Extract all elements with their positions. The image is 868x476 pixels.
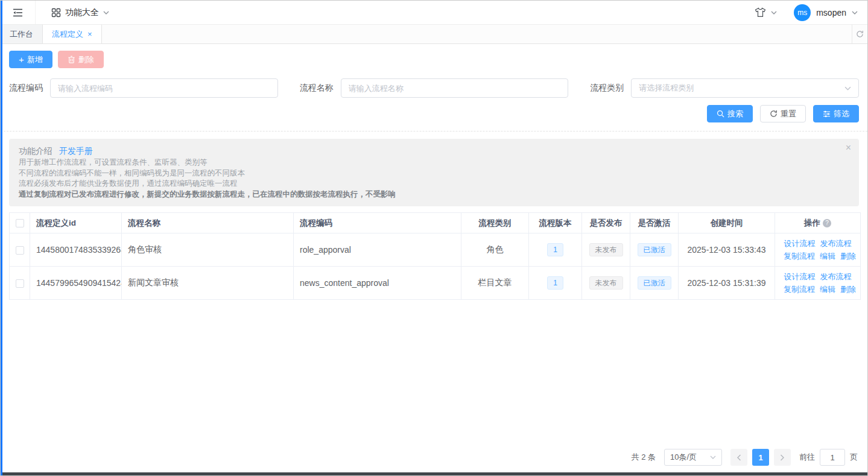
process-table: 流程定义id 流程名称 流程编码 流程类别 流程版本 是否发布 是否激活 创建时… — [9, 212, 861, 300]
table-body: 1445800174835339264 角色审核 role_apporval 角… — [10, 233, 861, 300]
active-status-badge: 已激活 — [638, 276, 671, 290]
chevron-down-icon — [710, 455, 716, 459]
window-bottom-edge — [1, 472, 867, 475]
intro-line-bold: 通过复制流程对已发布流程进行修改，新提交的业务数据按新流程走，已在流程中的数据按… — [19, 189, 849, 200]
cell-process-name: 角色审核 — [128, 244, 162, 254]
reset-refresh-icon — [770, 110, 778, 118]
theme-switch-button[interactable] — [755, 7, 777, 17]
app-switcher-label: 功能大全 — [65, 7, 99, 18]
app-switcher[interactable]: 功能大全 — [51, 7, 109, 18]
filter-sliders-icon — [823, 110, 831, 118]
filter-actions: 搜索 重置 筛选 — [1, 103, 867, 132]
row-action-design-process[interactable]: 设计流程 — [784, 239, 816, 248]
filter-label: 流程类别 — [590, 83, 624, 94]
page: 功能大全 ms msopen 工作台 — [0, 0, 868, 476]
row-action-design-process[interactable]: 设计流程 — [784, 272, 816, 281]
trash-icon — [68, 56, 75, 63]
toolbar: + 新增 删除 — [1, 44, 867, 74]
intro-close-icon[interactable]: × — [846, 143, 851, 153]
feature-intro-panel: 功能介绍 开发手册 用于新增工作流流程，可设置流程条件、监听器、类别等 不同流程… — [9, 139, 859, 206]
row-checkbox[interactable] — [16, 246, 24, 255]
row-action-edit[interactable]: 编辑 — [820, 285, 835, 294]
version-badge: 1 — [547, 276, 563, 290]
process-table-wrap: 流程定义id 流程名称 流程编码 流程类别 流程版本 是否发布 是否激活 创建时… — [9, 212, 859, 300]
publish-status-badge: 未发布 — [589, 243, 623, 256]
app-header: 功能大全 ms msopen — [1, 1, 867, 25]
cell-process-definition-id: 1445799654909415424 — [36, 278, 122, 288]
grid-apps-icon — [51, 8, 61, 17]
process-category-select[interactable]: 请选择流程类别 — [631, 78, 859, 98]
publish-status-badge: 未发布 — [589, 276, 623, 290]
tab-close-icon[interactable]: × — [87, 30, 92, 38]
row-action-edit[interactable]: 编辑 — [820, 252, 835, 261]
reset-button[interactable]: 重置 — [760, 105, 806, 122]
filter-label: 流程名称 — [300, 83, 334, 94]
cell-process-category: 栏目文章 — [478, 278, 512, 287]
intro-line: 流程必须发布后才能供业务数据使用，通过流程编码确定唯一流程 — [19, 179, 849, 189]
tshirt-theme-icon — [755, 7, 766, 17]
intro-line: 不同流程的流程编码不能一样，相同编码视为是同一流程的不同版本 — [19, 168, 849, 179]
cell-process-code: news_content_approval — [300, 278, 389, 288]
row-action-copy-process[interactable]: 复制流程 — [784, 285, 815, 294]
tab-process-definition[interactable]: 流程定义 × — [43, 25, 102, 43]
col-process-version: 流程版本 — [539, 218, 572, 227]
filter-process-code: 流程编码 — [9, 78, 278, 98]
user-name: msopen — [816, 8, 846, 17]
select-placeholder: 请选择流程类别 — [639, 83, 694, 94]
row-action-delete[interactable]: 删除 — [840, 285, 856, 294]
cell-process-code: role_apporval — [300, 245, 351, 255]
col-is-published: 是否发布 — [590, 218, 622, 227]
avatar: ms — [794, 4, 811, 21]
process-name-input[interactable] — [341, 78, 569, 98]
active-status-badge: 已激活 — [638, 243, 671, 256]
cell-process-definition-id: 1445800174835339264 — [36, 245, 122, 255]
intro-title: 功能介绍 — [19, 146, 52, 156]
chevron-down-icon — [844, 86, 851, 90]
col-process-name: 流程名称 — [128, 218, 160, 227]
tab-label: 工作台 — [10, 29, 33, 40]
row-action-publish-process[interactable]: 发布流程 — [820, 239, 852, 248]
select-all-checkbox[interactable] — [16, 219, 24, 227]
page-size-select[interactable]: 10条/页 — [664, 449, 722, 466]
row-action-copy-process[interactable]: 复制流程 — [784, 252, 815, 261]
delete-button[interactable]: 删除 — [58, 51, 104, 68]
row-action-publish-process[interactable]: 发布流程 — [820, 272, 852, 281]
sidebar-collapse-button[interactable] — [1, 1, 36, 24]
search-icon — [717, 110, 724, 118]
tab-refresh-button[interactable] — [852, 25, 867, 43]
search-button[interactable]: 搜索 — [707, 105, 753, 122]
user-menu[interactable]: ms msopen — [794, 4, 858, 21]
cell-process-category: 角色 — [487, 244, 504, 254]
table-header-row: 流程定义id 流程名称 流程编码 流程类别 流程版本 是否发布 是否激活 创建时… — [10, 213, 861, 233]
process-code-input[interactable] — [50, 78, 278, 98]
col-process-category: 流程类别 — [479, 218, 512, 227]
filter-label: 流程编码 — [9, 83, 43, 94]
filter-row: 流程编码 流程名称 流程类别 请选择流程类别 — [1, 74, 867, 103]
left-edge-accent — [1, 1, 2, 475]
row-action-delete[interactable]: 删除 — [840, 252, 856, 261]
cell-created-time: 2025-12-03 15:31:39 — [688, 278, 766, 288]
intro-line: 用于新增工作流流程，可设置流程条件、监听器、类别等 — [19, 157, 849, 168]
col-created-time: 创建时间 — [711, 218, 743, 227]
col-is-active: 是否激活 — [638, 218, 671, 227]
dev-manual-link[interactable]: 开发手册 — [59, 146, 93, 156]
page-number-1[interactable]: 1 — [752, 449, 769, 466]
goto-page-input[interactable] — [820, 449, 845, 466]
row-checkbox[interactable] — [16, 279, 24, 288]
add-button[interactable]: + 新增 — [9, 51, 52, 68]
tab-workbench[interactable]: 工作台 — [1, 25, 43, 43]
cell-created-time: 2025-12-03 15:33:43 — [688, 245, 766, 255]
goto-label: 前往 — [799, 452, 815, 463]
total-count: 共 2 条 — [632, 452, 656, 463]
main-content: + 新增 删除 流程编码 流程名称 — [1, 44, 867, 475]
prev-page-button[interactable] — [730, 449, 747, 466]
cell-process-name: 新闻文章审核 — [128, 278, 179, 287]
next-page-button[interactable] — [774, 449, 791, 466]
row-actions: 设计流程发布流程复制流程编辑删除 — [781, 237, 854, 262]
help-question-icon[interactable]: ? — [823, 219, 831, 227]
tab-label: 流程定义 — [52, 29, 83, 40]
page-size-value: 10条/页 — [670, 452, 697, 463]
plus-icon: + — [19, 55, 24, 64]
filter-button[interactable]: 筛选 — [813, 105, 859, 122]
table-row: 1445800174835339264 角色审核 role_apporval 角… — [10, 233, 861, 267]
